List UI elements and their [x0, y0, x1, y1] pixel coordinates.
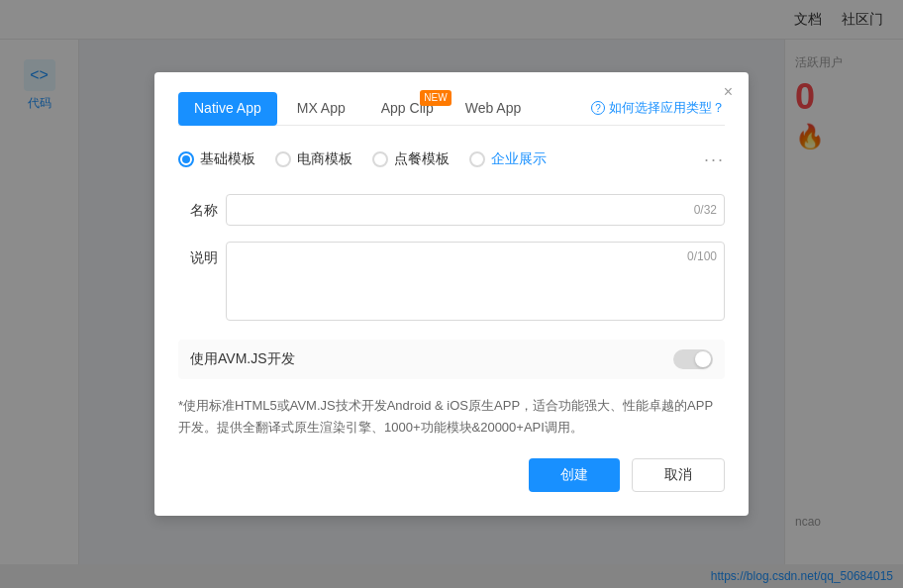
desc-input-wrapper: 0/100 — [226, 242, 725, 324]
radio-basic-dot — [182, 155, 190, 163]
name-label: 名称 — [178, 194, 218, 220]
desc-textarea[interactable] — [226, 242, 725, 321]
template-radio-group: 基础模板 电商模板 点餐模板 企业展示 ··· — [178, 142, 725, 178]
radio-enterprise-circle — [469, 151, 485, 167]
name-field: 0/32 — [226, 194, 725, 226]
action-buttons-row: 创建 取消 — [178, 458, 725, 492]
name-count: 0/32 — [694, 203, 717, 217]
modal-close-button[interactable]: × — [724, 84, 733, 100]
radio-basic-label: 基础模板 — [200, 150, 255, 168]
modal-dialog: × Native App MX App App Clip NEW Web App… — [154, 72, 749, 516]
desc-field: 0/100 — [226, 242, 725, 324]
avm-toggle-switch[interactable] — [673, 349, 713, 369]
name-input-wrapper: 0/32 — [226, 194, 725, 226]
radio-enterprise-label: 企业展示 — [491, 150, 547, 168]
tab-native-app[interactable]: Native App — [178, 92, 277, 126]
tab-web-app[interactable]: Web App — [450, 92, 538, 126]
cancel-button[interactable]: 取消 — [632, 458, 725, 492]
radio-enterprise-template[interactable]: 企业展示 — [469, 150, 547, 168]
desc-label: 说明 — [178, 242, 218, 267]
radio-basic-circle — [178, 151, 194, 167]
tab-app-clip[interactable]: App Clip NEW — [365, 92, 446, 126]
toggle-label-text: 使用AVM.JS开发 — [190, 350, 295, 368]
help-question-icon: ? — [591, 101, 605, 115]
modal-overlay: × Native App MX App App Clip NEW Web App… — [0, 0, 903, 588]
tab-mx-app[interactable]: MX App — [281, 92, 361, 126]
desc-count: 0/100 — [687, 249, 717, 263]
help-text: 如何选择应用类型？ — [609, 99, 725, 117]
radio-basic-template[interactable]: 基础模板 — [178, 150, 255, 168]
radio-ecommerce-label: 电商模板 — [297, 150, 352, 168]
desc-form-row: 说明 0/100 — [178, 242, 725, 324]
description-text: *使用标准HTML5或AVM.JS技术开发Android & iOS原生APP，… — [178, 395, 725, 439]
name-form-row: 名称 0/32 — [178, 194, 725, 226]
new-badge: NEW — [420, 90, 451, 106]
radio-ecommerce-circle — [275, 151, 291, 167]
create-button[interactable]: 创建 — [529, 458, 620, 492]
name-input[interactable] — [226, 194, 725, 226]
avm-toggle-row: 使用AVM.JS开发 — [178, 340, 725, 379]
radio-food-label: 点餐模板 — [394, 150, 450, 168]
app-type-tabs: Native App MX App App Clip NEW Web App ?… — [178, 92, 725, 126]
radio-ecommerce-template[interactable]: 电商模板 — [275, 150, 352, 168]
help-link[interactable]: ? 如何选择应用类型？ — [591, 99, 725, 117]
radio-food-circle — [372, 151, 388, 167]
more-options-button[interactable]: ··· — [704, 149, 725, 170]
toggle-knob — [695, 351, 711, 367]
radio-food-template[interactable]: 点餐模板 — [372, 150, 450, 168]
